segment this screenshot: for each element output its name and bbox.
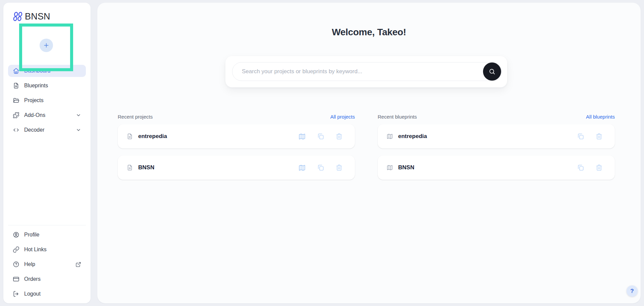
search-input[interactable] — [232, 62, 502, 81]
blueprint-title: entrepedia — [398, 133, 427, 140]
sidebar-item-projects[interactable]: Projects — [8, 94, 86, 106]
blueprint-card[interactable]: BNSN — [378, 156, 615, 180]
blueprint-card[interactable]: entrepedia — [378, 124, 615, 148]
sidebar-item-help[interactable]: Help — [8, 258, 86, 270]
chevron-down-icon — [76, 113, 81, 118]
copy-button[interactable] — [317, 164, 324, 171]
map-icon — [386, 164, 393, 171]
brand-name: BNSN — [25, 11, 50, 22]
link-icon — [13, 246, 19, 253]
sidebar-item-label: Logout — [24, 291, 41, 297]
sidebar-item-blueprints[interactable]: Blueprints — [8, 80, 86, 92]
sidebar-item-add-ons[interactable]: Add-Ons — [8, 109, 86, 121]
sidebar-item-logout[interactable]: Logout — [8, 288, 86, 300]
credit-card-icon — [13, 276, 19, 282]
sidebar-item-label: Projects — [24, 97, 44, 103]
sidebar-item-hot-links[interactable]: Hot Links — [8, 244, 86, 256]
help-fab-button[interactable]: ? — [627, 286, 638, 297]
puzzle-icon — [13, 112, 19, 119]
search-icon — [488, 68, 496, 75]
sidebar-item-orders[interactable]: Orders — [8, 273, 86, 285]
project-title: entrepedia — [138, 133, 167, 140]
sidebar-item-label: Profile — [24, 232, 39, 238]
all-blueprints-link[interactable]: All blueprints — [586, 114, 615, 120]
sidebar-item-label: Help — [24, 261, 35, 267]
project-title: BNSN — [138, 164, 154, 171]
section-title: Recent blueprints — [378, 114, 417, 120]
trash-button[interactable] — [595, 164, 603, 171]
sidebar-item-label: Hot Links — [24, 247, 47, 253]
external-link-icon — [75, 262, 81, 267]
copy-button[interactable] — [577, 133, 584, 140]
sidebar-nav: Dashboard Blueprints Projects Add-Ons — [8, 65, 86, 139]
plus-icon — [43, 42, 50, 49]
code-icon — [13, 127, 19, 133]
main-content: Welcome, Takeo! Recent projects All proj… — [97, 3, 641, 303]
trash-button[interactable] — [335, 164, 343, 171]
sidebar-item-decoder[interactable]: Decoder — [8, 124, 86, 136]
welcome-heading: Welcome, Takeo! — [97, 27, 641, 38]
recent-blueprints-section: Recent blueprints All blueprints entrepe… — [378, 113, 615, 187]
trash-button[interactable] — [335, 133, 343, 140]
sidebar-item-profile[interactable]: Profile — [8, 229, 86, 241]
sidebar-item-label: Dashboard — [24, 68, 50, 74]
section-title: Recent projects — [118, 114, 153, 120]
project-card[interactable]: BNSN — [118, 156, 355, 180]
user-circle-icon — [13, 231, 19, 238]
folder-icon — [13, 97, 19, 104]
home-icon — [13, 68, 19, 74]
recent-projects-section: Recent projects All projects entrepedia — [118, 113, 355, 187]
map-icon — [386, 133, 393, 140]
file-text-icon — [13, 82, 19, 89]
help-circle-icon — [13, 261, 19, 268]
search-button[interactable] — [483, 62, 501, 81]
logout-icon — [13, 291, 19, 297]
sidebar-item-label: Decoder — [24, 127, 44, 133]
search-panel — [225, 56, 507, 87]
sidebar-item-dashboard[interactable]: Dashboard — [8, 65, 86, 77]
project-card[interactable]: entrepedia — [118, 124, 355, 148]
copy-button[interactable] — [317, 133, 324, 140]
copy-button[interactable] — [577, 164, 584, 171]
brand-logo: BNSN — [12, 11, 50, 22]
file-text-icon — [126, 133, 133, 140]
create-new-button[interactable] — [40, 39, 53, 52]
sidebar-item-label: Orders — [24, 276, 41, 282]
file-text-icon — [126, 164, 133, 171]
blueprint-title: BNSN — [398, 164, 414, 171]
trash-button[interactable] — [595, 133, 603, 140]
sidebar: BNSN Dashboard Blueprints Projects — [3, 3, 91, 303]
map-button[interactable] — [298, 164, 306, 172]
chevron-down-icon — [76, 127, 81, 133]
map-button[interactable] — [298, 133, 306, 140]
bnsn-logo-icon — [12, 11, 24, 22]
sidebar-footer: Profile Hot Links Help Orders — [8, 225, 86, 303]
all-projects-link[interactable]: All projects — [330, 114, 355, 120]
sidebar-item-label: Add-Ons — [24, 112, 45, 118]
sidebar-item-label: Blueprints — [24, 83, 48, 89]
